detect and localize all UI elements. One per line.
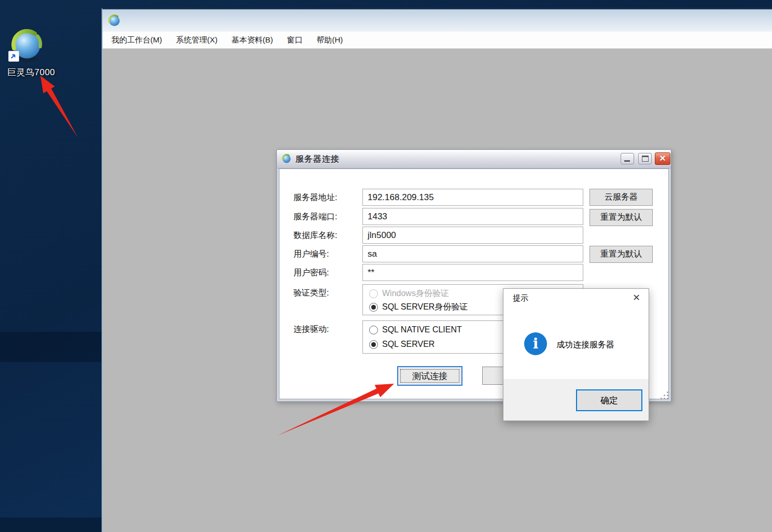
server-port-input[interactable] <box>362 208 583 225</box>
menu-item-help[interactable]: 帮助(H) <box>317 35 343 45</box>
close-icon: ✕ <box>659 154 666 163</box>
minimize-button[interactable] <box>621 153 634 164</box>
menu-item-window[interactable]: 窗口 <box>287 35 303 45</box>
server-address-label: 服务器地址: <box>293 192 337 203</box>
close-button[interactable]: ✕ <box>655 152 670 165</box>
minimize-icon <box>624 160 630 162</box>
resize-grip[interactable] <box>661 391 669 400</box>
menu-item-system-management[interactable]: 系统管理(X) <box>176 35 218 45</box>
app-logo-icon <box>108 15 121 28</box>
app-menubar: 我的工作台(M) 系统管理(X) 基本资料(B) 窗口 帮助(H) <box>103 32 772 49</box>
radio-windows-auth: Windows身份验证 <box>369 288 449 299</box>
screen: 巨灵鸟7000 我的工作台(M) 系统管理(X) 基本资料(B) 窗口 帮助(H… <box>0 0 772 532</box>
server-port-label: 服务器端口: <box>293 212 337 222</box>
wallpaper-shade-band <box>0 517 102 532</box>
ok-button[interactable]: 确定 <box>576 389 642 411</box>
app-titlebar[interactable] <box>103 9 772 32</box>
menu-item-basic-data[interactable]: 基本资料(B) <box>232 35 273 45</box>
radio-windows-auth-label: Windows身份验证 <box>382 288 449 299</box>
message-box: 提示 ✕ i 成功连接服务器 确定 <box>503 288 649 421</box>
radio-selected-icon <box>369 340 378 349</box>
radio-circle-icon <box>369 326 378 334</box>
maximize-icon <box>642 156 649 162</box>
cloud-server-button[interactable]: 云服务器 <box>589 189 653 206</box>
driver-label: 连接驱动: <box>293 324 329 335</box>
wallpaper-shade-band <box>0 332 102 362</box>
dialog-logo-icon <box>282 154 292 164</box>
radio-sql-native-client[interactable]: SQL NATIVE CLIENT <box>369 325 462 334</box>
radio-sql-server-label: SQL SERVER <box>382 340 434 349</box>
test-connection-button[interactable]: 测试连接 <box>397 366 462 386</box>
message-box-text: 成功连接服务器 <box>556 340 614 351</box>
database-name-input[interactable] <box>362 227 583 244</box>
menu-item-my-workbench[interactable]: 我的工作台(M) <box>111 35 162 45</box>
message-box-title: 提示 <box>513 293 528 303</box>
radio-sql-native-client-label: SQL NATIVE CLIENT <box>382 325 462 334</box>
radio-circle-icon <box>369 289 378 298</box>
maximize-button[interactable] <box>638 153 652 164</box>
desktop-icon-julingniao7000[interactable]: 巨灵鸟7000 <box>7 29 67 78</box>
user-id-input[interactable] <box>362 245 583 262</box>
radio-sql-server[interactable]: SQL SERVER <box>369 340 434 349</box>
radio-selected-icon <box>369 303 378 312</box>
shortcut-arrow-icon <box>8 51 19 62</box>
radio-sqlserver-auth-label: SQL SERVER身份验证 <box>382 302 468 313</box>
radio-sqlserver-auth[interactable]: SQL SERVER身份验证 <box>369 302 468 313</box>
database-name-label: 数据库名称: <box>293 230 337 241</box>
reset-default-button-user[interactable]: 重置为默认 <box>589 246 653 263</box>
server-address-input[interactable] <box>362 189 583 206</box>
user-password-input[interactable] <box>362 264 583 281</box>
dialog-title: 服务器连接 <box>296 154 340 165</box>
reset-default-button-top[interactable]: 重置为默认 <box>589 209 653 226</box>
desktop-icon-label: 巨灵鸟7000 <box>7 66 67 78</box>
user-id-label: 用户编号: <box>293 249 329 260</box>
dialog-titlebar[interactable]: 服务器连接 ✕ <box>277 150 671 169</box>
auth-type-label: 验证类型: <box>293 288 329 299</box>
message-box-close-icon[interactable]: ✕ <box>629 291 643 304</box>
user-password-label: 用户密码: <box>293 268 329 278</box>
info-icon: i <box>524 332 547 355</box>
